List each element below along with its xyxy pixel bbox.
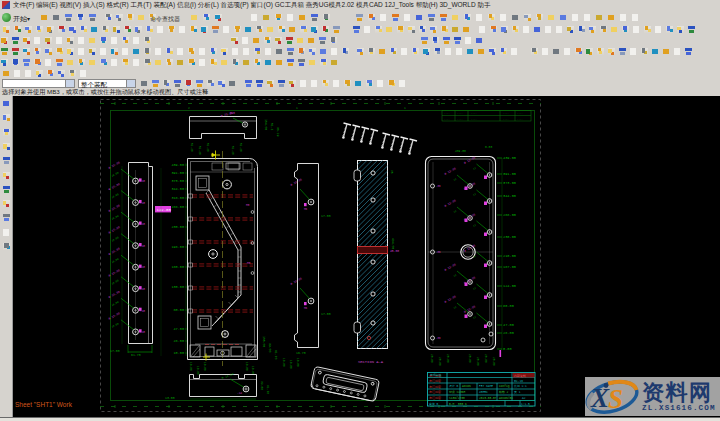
svg-text:51.20: 51.20 <box>239 143 242 152</box>
svg-text:47.00: 47.00 <box>503 323 514 327</box>
svg-text:PRT NAME: PRT NAME <box>479 385 493 388</box>
svg-text:198.00: 198.00 <box>171 245 184 249</box>
svg-text:124.00: 124.00 <box>503 284 516 288</box>
svg-text:51.20: 51.20 <box>198 146 201 155</box>
svg-text:16.00: 16.00 <box>111 322 120 329</box>
svg-text:17.00: 17.00 <box>321 312 331 316</box>
svg-text:230.00: 230.00 <box>171 225 184 229</box>
svg-text:344.00: 344.00 <box>503 194 516 198</box>
svg-text:180.00: 180.00 <box>171 265 184 269</box>
svg-text:12: 12 <box>473 287 477 291</box>
svg-text:10.00: 10.00 <box>251 366 254 375</box>
svg-text:28.00: 28.00 <box>438 357 441 366</box>
svg-text:-14: -14 <box>237 392 242 395</box>
svg-text:2: 2 <box>188 107 190 110</box>
svg-text:16.70: 16.70 <box>296 351 306 355</box>
svg-text:0.00: 0.00 <box>503 347 512 351</box>
svg-text:28.00: 28.00 <box>173 339 184 343</box>
svg-text:439.00: 439.00 <box>171 163 184 167</box>
svg-text:12: 12 <box>453 210 457 214</box>
svg-text:16.00: 16.00 <box>111 258 120 265</box>
svg-text:51.20: 51.20 <box>231 146 234 155</box>
svg-text:····: ···· <box>517 112 523 115</box>
svg-text:Φ 12.00: Φ 12.00 <box>444 294 457 304</box>
svg-text:10.00: 10.00 <box>282 358 285 367</box>
svg-text:····: ···· <box>471 112 477 115</box>
svg-text:1: 1 <box>296 107 298 110</box>
svg-text:373.00: 373.00 <box>171 179 184 183</box>
svg-text:审核 B: 审核 B <box>429 402 439 406</box>
svg-text:12: 12 <box>473 167 477 171</box>
svg-text:230.00: 230.00 <box>503 235 516 239</box>
svg-text:Φ 12.00: Φ 12.00 <box>463 304 476 314</box>
svg-text:Sheet "SHT1" Work: Sheet "SHT1" Work <box>15 401 73 408</box>
svg-text:10.00: 10.00 <box>173 351 184 355</box>
svg-text:比例 1:1: 比例 1:1 <box>514 384 527 388</box>
svg-text:12: 12 <box>453 274 457 278</box>
svg-text:车间制造: 车间制造 <box>430 373 442 377</box>
svg-text:Φ 16.00: Φ 16.00 <box>108 247 121 257</box>
svg-text:-06: -06 <box>436 337 441 340</box>
svg-text:GX-16: GX-16 <box>514 380 523 383</box>
svg-text:M6: M6 <box>304 307 308 310</box>
svg-text:材质 S136H: 材质 S136H <box>448 390 465 394</box>
svg-text:318.00: 318.00 <box>171 196 184 200</box>
svg-text:880 K: 880 K <box>458 403 467 406</box>
svg-text:61.70: 61.70 <box>274 350 278 359</box>
svg-text:13.00: 13.00 <box>165 396 175 400</box>
svg-text:434.00: 434.00 <box>391 238 395 249</box>
svg-text:1:1.5: 1:1.5 <box>521 403 530 406</box>
svg-text:S136/2738: S136/2738 <box>449 396 465 400</box>
svg-text:东江精密: 东江精密 <box>429 385 441 389</box>
svg-text:45HRC: 45HRC <box>479 391 488 394</box>
svg-text:122.00: 122.00 <box>157 208 172 212</box>
svg-text:51.20: 51.20 <box>190 143 193 152</box>
svg-text:10.00: 10.00 <box>296 358 299 367</box>
svg-text:12: 12 <box>473 255 477 259</box>
svg-text:-06: -06 <box>436 251 441 254</box>
svg-text:M6: M6 <box>304 208 308 211</box>
svg-text:Φ 16.00: Φ 16.00 <box>108 268 121 278</box>
svg-text:28.00: 28.00 <box>468 354 471 363</box>
svg-text:16.00: 16.00 <box>111 171 120 178</box>
svg-text:391.00: 391.00 <box>503 172 516 176</box>
svg-text:61.70: 61.70 <box>131 353 141 357</box>
svg-text:····: ···· <box>503 112 509 115</box>
svg-text:28.00: 28.00 <box>430 354 433 363</box>
svg-text:47.00: 47.00 <box>173 327 184 331</box>
svg-text:····: ···· <box>457 112 463 115</box>
svg-text:东江精密: 东江精密 <box>429 390 441 394</box>
svg-text:A2: A2 <box>522 397 526 400</box>
svg-text:Φ 16.00: Φ 16.00 <box>108 225 121 235</box>
svg-text:2023-08-07: 2023-08-07 <box>479 397 497 400</box>
svg-text:····: ···· <box>517 118 523 121</box>
svg-text:12: 12 <box>473 316 477 320</box>
svg-text:184.00: 184.00 <box>264 119 268 130</box>
svg-text:SECTION A-A: SECTION A-A <box>358 360 384 364</box>
svg-text:45.00: 45.00 <box>390 250 399 253</box>
svg-text:39.00: 39.00 <box>268 343 272 352</box>
svg-text:373.00: 373.00 <box>503 181 516 185</box>
svg-text:Φ 12.00: Φ 12.00 <box>463 275 476 285</box>
svg-text:-06: -06 <box>436 185 441 188</box>
svg-text:17.00: 17.00 <box>321 214 331 218</box>
svg-text:Φ 16.00: Φ 16.00 <box>108 290 121 300</box>
svg-text:51.20: 51.20 <box>206 143 209 152</box>
svg-text:····: ···· <box>444 118 450 121</box>
svg-text:39.00: 39.00 <box>260 381 263 390</box>
svg-text:16.00: 16.00 <box>111 279 120 286</box>
svg-text:17.00: 17.00 <box>110 349 120 353</box>
svg-text:391.00: 391.00 <box>171 171 184 175</box>
svg-text:设计 B: 设计 B <box>449 384 459 388</box>
svg-text:28.00: 28.00 <box>446 354 449 363</box>
svg-text:35: 35 <box>390 170 393 174</box>
svg-text:80.00: 80.00 <box>173 308 184 312</box>
svg-text:内部资料: 内部资料 <box>514 374 526 378</box>
svg-text:210.00: 210.00 <box>503 254 516 258</box>
svg-text:28.00: 28.00 <box>476 357 479 366</box>
svg-text:B.M: B.M <box>449 403 454 406</box>
svg-text:28.00: 28.00 <box>492 357 495 366</box>
svg-text:28.00: 28.00 <box>484 354 487 363</box>
svg-text:Φ 16.00: Φ 16.00 <box>108 182 121 192</box>
svg-text:16.00: 16.00 <box>111 236 120 243</box>
